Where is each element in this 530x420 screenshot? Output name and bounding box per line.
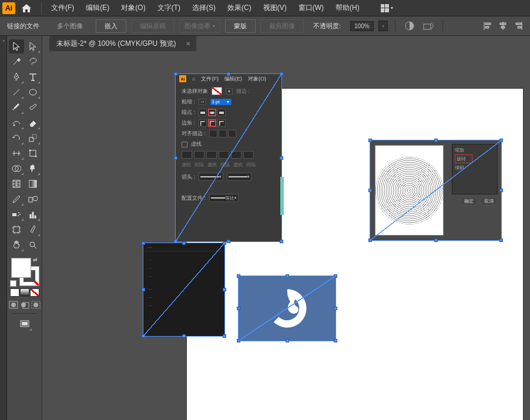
svg-rect-14 [29, 197, 32, 202]
magic-wand-tool[interactable] [9, 55, 24, 69]
align-outside-icon [228, 130, 236, 137]
zoom-tool[interactable] [25, 238, 41, 252]
artboard-tool[interactable] [9, 223, 24, 237]
line-tool[interactable] [9, 85, 24, 99]
fill-stroke-swatch[interactable]: ⇄ [10, 257, 39, 286]
solid-color-icon[interactable] [10, 288, 19, 297]
linked-image-1[interactable]: Ai ⌂ 文件(F) 编辑(E) 对象(O) 未选择对象 ▾ 描边 : 粗细 : [175, 73, 282, 242]
embed-button[interactable]: 嵌入 [96, 19, 126, 33]
divider [41, 2, 42, 14]
align-hcenter-icon[interactable] [496, 19, 510, 33]
swap-icon[interactable]: ⇄ [33, 257, 38, 263]
opacity-input[interactable]: 100% [350, 21, 374, 31]
mask-button[interactable]: 蒙版 [225, 19, 256, 33]
workspace-switcher[interactable]: ▾ [377, 2, 397, 14]
linked-image-3[interactable] [238, 275, 336, 341]
cap-sq-icon [217, 109, 226, 116]
scale-tool[interactable] [25, 131, 41, 145]
draw-inside-icon[interactable] [31, 300, 41, 310]
blend-tool[interactable] [25, 192, 41, 206]
slice-tool[interactable] [25, 223, 41, 237]
divider [442, 19, 443, 32]
align-left-icon[interactable] [481, 19, 495, 33]
default-colors-icon[interactable] [10, 280, 16, 287]
lasso-tool[interactable] [25, 55, 41, 69]
dash-lbl: 虚线 [207, 162, 217, 168]
edit-original-button: 编辑原稿 [131, 19, 175, 33]
emb-weight-lbl: 粗细 : [182, 98, 195, 106]
align-right-icon[interactable] [511, 19, 525, 33]
linked-image-2[interactable]: ···· ·················· [143, 243, 225, 337]
dash-field [243, 151, 254, 159]
transparency-icon[interactable] [402, 19, 417, 33]
menu-object[interactable]: 对象(O) [115, 3, 151, 13]
profile-dd: 等比▾ [209, 194, 239, 202]
rotate-tool[interactable] [9, 131, 24, 145]
eraser-tool[interactable] [25, 116, 41, 130]
mini-home-icon: ⌂ [192, 76, 195, 82]
home-icon[interactable] [20, 2, 33, 15]
dash-lbl: 间隔 [220, 162, 230, 168]
hand-tool[interactable] [9, 238, 24, 252]
menu-file[interactable]: 文件(F) [45, 3, 80, 13]
direct-selection-tool[interactable] [25, 39, 41, 53]
menu-window[interactable]: 窗口(W) [293, 3, 330, 13]
mesh-tool[interactable] [9, 177, 24, 191]
emb4-cancel: 取消 [480, 197, 498, 206]
cap-round-icon [208, 109, 216, 116]
pen-tool[interactable] [9, 70, 24, 84]
menu-effect[interactable]: 效果(C) [222, 3, 257, 13]
join-bevel-icon [217, 119, 226, 127]
emb-profile-lbl: 配置文件 : [182, 194, 206, 202]
pin-tool[interactable] [25, 162, 41, 176]
column-graph-tool[interactable] [25, 207, 41, 221]
svg-rect-1 [424, 24, 431, 29]
spiral-artwork [375, 145, 444, 236]
menu-bar: Ai 文件(F) 编辑(E) 对象(O) 文字(T) 选择(S) 效果(C) 视… [0, 0, 530, 16]
multi-image-label: 多个图像 [49, 22, 91, 31]
dash-lbl: 虚线 [182, 162, 191, 168]
symbol-sprayer-tool[interactable] [9, 207, 24, 221]
svg-point-3 [29, 89, 36, 95]
type-tool[interactable] [25, 70, 41, 84]
draw-normal-icon[interactable] [8, 300, 19, 310]
menu-view[interactable]: 视图(V) [257, 3, 293, 13]
svg-point-18 [19, 214, 21, 215]
svg-point-24 [21, 303, 26, 307]
none-swatch-icon [212, 87, 222, 95]
svg-rect-32 [219, 112, 224, 114]
blob-brush-tool[interactable] [25, 100, 41, 115]
shape-builder-tool[interactable] [9, 162, 24, 176]
shaper-tool[interactable] [9, 116, 24, 130]
dashed-checkbox [182, 142, 187, 147]
logo-icon [262, 283, 313, 334]
gradient-color-icon[interactable] [20, 288, 29, 297]
gradient-tool[interactable] [25, 177, 41, 191]
ellipse-tool[interactable] [25, 85, 41, 99]
draw-behind-icon[interactable] [19, 300, 30, 310]
control-bar: 链接的文件 多个图像 嵌入 编辑原稿 图像描摹▾ 蒙版 裁剪图像 不透明度: 1… [0, 16, 530, 36]
none-color-icon[interactable] [30, 288, 39, 297]
dash-field [182, 151, 192, 159]
menu-select[interactable]: 选择(S) [186, 3, 222, 13]
crop-image-button: 裁剪图像 [260, 19, 304, 33]
opacity-chevron-icon[interactable]: › [378, 21, 388, 31]
linked-image-4[interactable]: 缩放 旋转 倾斜 确定 取消 [370, 140, 502, 241]
dash-lbl: 间隔 [194, 162, 204, 168]
menu-help[interactable]: 帮助(H) [330, 3, 365, 13]
paintbrush-tool[interactable] [9, 100, 24, 115]
green-accent [280, 177, 284, 215]
menu-text[interactable]: 文字(T) [152, 3, 186, 13]
canvas[interactable]: 未标题-2* @ 100% (CMYK/GPU 预览) ✕ Ai ⌂ 文件(F)… [42, 36, 530, 420]
svg-rect-7 [30, 150, 36, 156]
svg-point-27 [33, 303, 38, 307]
menu-edit[interactable]: 编辑(E) [80, 3, 115, 13]
doc-setup-icon[interactable] [421, 19, 435, 33]
screen-mode-icon[interactable] [17, 317, 32, 331]
eyedropper-tool[interactable] [9, 192, 24, 206]
width-tool[interactable] [9, 146, 24, 160]
panel-collapse-strip[interactable]: ›› [0, 36, 7, 420]
free-transform-tool[interactable] [25, 146, 41, 160]
selection-tool[interactable] [9, 39, 24, 53]
svg-rect-20 [14, 227, 19, 233]
